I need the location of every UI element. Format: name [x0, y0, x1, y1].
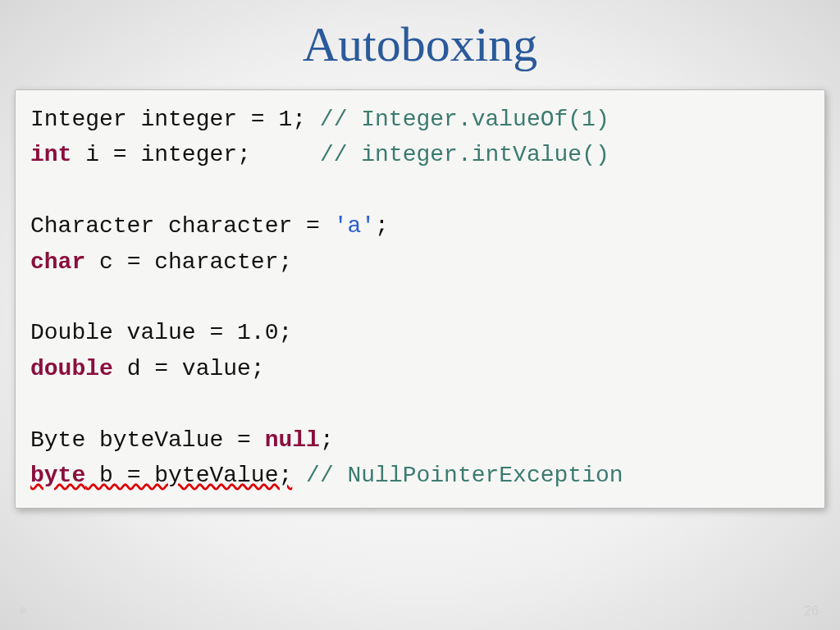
code-keyword: null [265, 427, 320, 453]
code-text: ; [320, 427, 334, 453]
code-text [292, 463, 306, 488]
code-text: Character character = [30, 213, 334, 239]
code-keyword-error: byte [30, 463, 85, 488]
code-error: b = byteValue; [85, 463, 292, 488]
code-keyword: char [30, 249, 85, 275]
slide: Autoboxing Integer integer = 1; // Integ… [0, 0, 840, 630]
code-text: c = character; [85, 249, 292, 275]
slide-title: Autoboxing [0, 0, 840, 81]
code-text: i = integer; [71, 142, 319, 167]
code-comment: // integer.intValue() [320, 142, 609, 167]
code-text: Byte byteValue = [30, 427, 265, 453]
page-number: 26 [804, 604, 819, 619]
code-text: Double value = 1.0; [30, 320, 292, 345]
code-block: Integer integer = 1; // Integer.valueOf(… [15, 89, 825, 509]
code-comment: // Integer.valueOf(1) [320, 107, 609, 132]
code-text: ; [375, 213, 389, 239]
code-comment: // NullPointerException [306, 463, 623, 488]
code-text: d = value; [113, 356, 265, 381]
code-text: Integer integer = 1; [30, 107, 320, 132]
code-keyword: double [30, 356, 113, 381]
code-keyword: int [30, 142, 71, 167]
bullet-icon [20, 607, 26, 614]
code-string: 'a' [334, 213, 375, 239]
